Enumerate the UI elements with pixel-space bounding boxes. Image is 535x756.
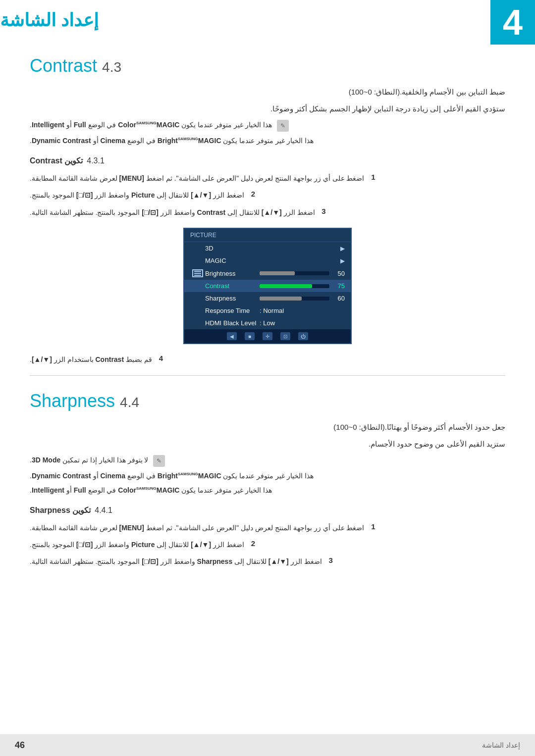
subsection-431-heading: 4.3.1 تكوين Contrast	[30, 156, 505, 165]
subsection-441-title: تكوين Sharpness	[30, 505, 91, 515]
bar-track-contrast	[260, 284, 329, 288]
chapter-number-box: 4	[490, 0, 535, 45]
note-text-44-3: هذا الخيار غير متوفر عندما يكون ColorSAM…	[30, 485, 272, 496]
step-43-3: 3 اضغط الزر [▼/▲] للانتقال إلى Contrast …	[30, 207, 505, 218]
bottom-icon-3: ✛	[263, 332, 272, 340]
bottom-icon-4: ⊡	[280, 332, 290, 340]
menu-icon-brightness	[192, 269, 203, 277]
menu-bottom-icons: ◀ ■ ✛ ⊡ ⏻	[184, 329, 351, 343]
footer-chapter-label: إعداد الشاشة	[482, 741, 520, 749]
note-item-44-1: ✎ لا يتوفر هذا الخيار إذا تم تمكين 3D Mo…	[30, 455, 505, 467]
menu-row-sharpness: Sharpness 60	[184, 292, 351, 304]
section-43-number: 4.3	[102, 59, 121, 75]
menu-arrow-3d: ▶	[340, 245, 345, 252]
note-icon-44-1: ✎	[153, 455, 165, 467]
section-43-title: Contrast	[30, 55, 97, 76]
menu-bar-sharpness: 60	[260, 295, 345, 302]
menu-label-3d: 3D	[205, 245, 260, 252]
menu-bar-contrast: 75	[260, 282, 345, 290]
chapter-number: 4	[503, 4, 523, 40]
bar-track-sharpness	[260, 297, 329, 301]
menu-row-hdmi: HDMI Black Level : Low	[184, 317, 351, 329]
section-divider	[30, 375, 505, 376]
step-43-1: 1 اضغط على أي زر بواجهة المنتج لعرض دليل…	[30, 173, 505, 184]
menu-label-magic: MAGIC	[205, 257, 260, 264]
subsection-431-number: 4.3.1	[87, 156, 105, 165]
menu-row-contrast: Contrast 75	[184, 280, 351, 292]
note-item-44-2: هذا الخيار غير متوفر عندما يكون BrightSA…	[30, 471, 505, 481]
menu-icon-lines-brightness	[194, 271, 201, 276]
menu-row-brightness: Brightness 50	[184, 267, 351, 280]
step-43-2-text: اضغط الزر [▼/▲] للانتقال إلى Picture واض…	[30, 190, 244, 201]
bottom-icon-2: ■	[245, 332, 255, 340]
step-43-4-text: قم بضبط Contrast باستخدام الزر [▼/▲].	[30, 354, 152, 365]
menu-label-contrast: Contrast	[205, 282, 260, 290]
step-44-1-text: اضغط على أي زر بواجهة المنتج لعرض دليل "…	[30, 522, 364, 533]
chapter-title: إعداد الشاشة	[0, 10, 108, 31]
section-44-number: 4.4	[120, 395, 139, 410]
picture-menu: PICTURE 3D ▶ MAGIC ▶	[183, 228, 352, 344]
section-43-desc2: ستؤدي القيم الأعلى إلى زيادة درجة التباي…	[30, 103, 505, 115]
menu-label-sharpness: Sharpness	[205, 295, 260, 302]
section-44-desc2: ستزيد القيم الأعلى من وضوح حدود الأجسام.	[30, 438, 505, 450]
menu-value-response: : Normal	[260, 307, 284, 314]
menu-row-magic: MAGIC ▶	[184, 254, 351, 267]
subsection-431-title: تكوين Contrast	[30, 156, 83, 165]
note-icon-1: ✎	[277, 120, 289, 132]
step-43-3-text: اضغط الزر [▼/▲] للانتقال إلى Contrast وا…	[30, 207, 315, 218]
subsection-441-heading: 4.4.1 تكوين Sharpness	[30, 505, 505, 515]
menu-value-hdmi: : Low	[260, 319, 275, 327]
page-header: إعداد الشاشة 4	[0, 0, 535, 36]
menu-label-brightness: Brightness	[205, 270, 260, 277]
menu-row-3d: 3D ▶	[184, 242, 351, 254]
note-item-1: ✎ هذا الخيار غير متوفر عندما يكون ColorS…	[30, 120, 505, 132]
menu-icon-col-brightness	[190, 269, 205, 277]
step-43-2: 2 اضغط الزر [▼/▲] للانتقال إلى Picture و…	[30, 190, 505, 201]
main-content: 4.3 Contrast ضبط التباين بين الأجسام وال…	[0, 36, 535, 603]
note-item-44-3: هذا الخيار غير متوفر عندما يكون ColorSAM…	[30, 485, 505, 496]
note-item-2: هذا الخيار غير متوفر عندما يكون BrightSA…	[30, 136, 505, 146]
step-44-2: 2 اضغط الزر [▼/▲] للانتقال إلى Picture و…	[30, 539, 505, 550]
step-44-3-text: اضغط الزر [▼/▲] للانتقال إلى Sharpness و…	[30, 556, 322, 567]
bottom-icon-1: ◀	[227, 332, 237, 340]
section-44-heading: 4.4 Sharpness	[30, 391, 505, 411]
bar-track-brightness	[260, 271, 329, 275]
subsection-441-number: 4.4.1	[95, 506, 112, 515]
picture-menu-header: PICTURE	[184, 229, 351, 242]
bar-value-contrast: 75	[332, 282, 345, 290]
bar-fill-brightness	[260, 271, 295, 275]
step-44-3: 3 اضغط الزر [▼/▲] للانتقال إلى Sharpness…	[30, 556, 505, 567]
section-43-heading: 4.3 Contrast	[30, 55, 505, 76]
bar-fill-contrast	[260, 284, 312, 288]
bottom-icon-5: ⏻	[298, 332, 308, 340]
note-text-44-2: هذا الخيار غير متوفر عندما يكون BrightSA…	[30, 471, 314, 481]
bar-fill-sharpness	[260, 297, 302, 301]
step-44-1: 1 اضغط على أي زر بواجهة المنتج لعرض دليل…	[30, 522, 505, 533]
bar-value-sharpness: 60	[332, 295, 345, 302]
section-43-desc1: ضبط التباين بين الأجسام والخلفية.(النطاق…	[30, 86, 505, 98]
section-44-title: Sharpness	[30, 391, 115, 411]
note-text-44-1: لا يتوفر هذا الخيار إذا تم تمكين 3D Mode…	[30, 455, 148, 465]
note-text-2: هذا الخيار غير متوفر عندما يكون BrightSA…	[30, 136, 314, 146]
bar-value-brightness: 50	[332, 270, 345, 277]
footer-page-number: 46	[15, 740, 25, 751]
step-44-2-text: اضغط الزر [▼/▲] للانتقال إلى Picture واض…	[30, 539, 244, 550]
menu-label-response: Response Time	[205, 307, 260, 314]
note-text-1: هذا الخيار غير متوفر عندما يكون ColorSAM…	[30, 120, 272, 130]
menu-bar-brightness: 50	[260, 270, 345, 277]
section-44-desc1: جعل حدود الأجسام أكثر وضوحًا أو بهتانًا.…	[30, 421, 505, 433]
picture-menu-mockup: PICTURE 3D ▶ MAGIC ▶	[30, 228, 505, 344]
step-43-4: 4 قم بضبط Contrast باستخدام الزر [▼/▲].	[30, 354, 505, 365]
menu-arrow-magic: ▶	[340, 257, 345, 264]
page-footer: إعداد الشاشة 46	[0, 734, 535, 756]
menu-row-response: Response Time : Normal	[184, 304, 351, 317]
menu-label-hdmi: HDMI Black Level	[205, 319, 260, 327]
step-43-1-text: اضغط على أي زر بواجهة المنتج لعرض دليل "…	[30, 173, 364, 184]
